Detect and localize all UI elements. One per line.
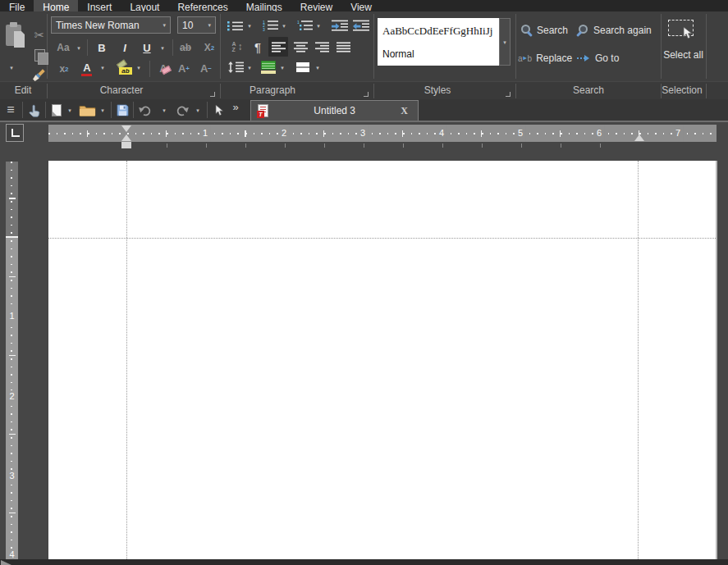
line-spacing-button[interactable] bbox=[226, 59, 245, 75]
subscript-button[interactable]: X2 bbox=[200, 39, 218, 56]
tab-layout[interactable]: Layout bbox=[121, 0, 168, 11]
search-button[interactable]: Search bbox=[520, 23, 568, 38]
search-again-button[interactable]: Search again bbox=[577, 23, 652, 38]
increase-indent-button[interactable] bbox=[330, 18, 350, 33]
grow-font-button[interactable]: A+ bbox=[176, 59, 192, 77]
character-dialog-launcher[interactable] bbox=[210, 92, 215, 97]
styles-dialog-launcher[interactable] bbox=[506, 92, 511, 97]
left-indent-marker[interactable] bbox=[121, 134, 131, 141]
formatting-marks-button[interactable]: ¶ bbox=[250, 38, 266, 56]
strikethrough-button[interactable]: ab bbox=[177, 39, 194, 56]
horizontal-ruler[interactable]: 1 2 3 4 5 6 7 bbox=[48, 125, 717, 142]
redo-button[interactable] bbox=[174, 103, 190, 118]
underline-dropdown[interactable]: ▾ bbox=[158, 41, 167, 54]
tabstop-type-selector[interactable] bbox=[6, 124, 24, 142]
multilevel-list-button[interactable]: 1 bbox=[295, 18, 314, 33]
hruler-number: 1 bbox=[199, 125, 211, 142]
vertical-ruler[interactable]: 1 2 3 4 bbox=[6, 162, 18, 559]
first-line-indent-marker[interactable] bbox=[121, 125, 131, 132]
decrease-indent-button[interactable] bbox=[351, 18, 371, 33]
shrink-font-button[interactable]: A− bbox=[198, 59, 214, 77]
tab-mailings[interactable]: Mailings bbox=[237, 0, 291, 11]
highlight-button[interactable]: ab bbox=[115, 59, 135, 77]
dropdown-icon: ▾ bbox=[77, 45, 80, 51]
redo-dropdown[interactable]: ▾ bbox=[193, 104, 203, 116]
select-tool-button[interactable] bbox=[212, 102, 227, 118]
tab-view[interactable]: View bbox=[341, 0, 381, 11]
italic-button[interactable]: I bbox=[117, 39, 132, 56]
styles-dropdown[interactable]: ▾ bbox=[499, 18, 511, 66]
tab-references[interactable]: References bbox=[168, 0, 236, 11]
open-button[interactable] bbox=[77, 103, 97, 117]
paste-button[interactable] bbox=[2, 13, 30, 57]
clear-formatting-button[interactable]: A bbox=[154, 59, 172, 77]
shading-dropdown[interactable]: ▾ bbox=[277, 61, 287, 74]
textmaker-window: File Home Insert Layout References Maili… bbox=[0, 0, 728, 565]
left-indent-handle[interactable] bbox=[121, 142, 131, 148]
justify-button[interactable] bbox=[333, 37, 353, 57]
highlighter-swatch: ab bbox=[119, 67, 132, 75]
cut-button[interactable]: ✂ bbox=[31, 28, 48, 43]
select-all-button[interactable]: Select all bbox=[661, 16, 706, 77]
font-size-combo[interactable]: 10 ▾ bbox=[177, 16, 216, 34]
bullet-list-dropdown[interactable]: ▾ bbox=[245, 19, 254, 32]
goto-button[interactable]: Go to bbox=[577, 51, 619, 66]
group-separator bbox=[706, 14, 707, 79]
style-name: Normal bbox=[382, 48, 414, 60]
toolbar-overflow-button[interactable]: » bbox=[229, 99, 242, 114]
paragraph-dialog-launcher[interactable] bbox=[364, 92, 369, 97]
font-name-value: Times New Roman bbox=[56, 20, 140, 31]
underline-button[interactable]: U bbox=[139, 39, 155, 56]
align-center-button[interactable] bbox=[291, 37, 310, 57]
font-name-combo[interactable]: Times New Roman ▾ bbox=[51, 16, 171, 34]
subscript-mark: 2 bbox=[211, 44, 214, 52]
numbered-list-button[interactable]: 1 2 3 bbox=[261, 18, 279, 33]
tab-review[interactable]: Review bbox=[291, 0, 341, 11]
shading-button[interactable] bbox=[259, 57, 277, 77]
undo-button[interactable] bbox=[136, 103, 153, 118]
numbered-list-dropdown[interactable]: ▾ bbox=[279, 19, 289, 32]
copy-button[interactable] bbox=[31, 48, 48, 62]
new-document-button[interactable] bbox=[49, 103, 63, 118]
new-document-dropdown[interactable]: ▾ bbox=[65, 104, 75, 116]
cursor-arrow-icon bbox=[683, 26, 694, 40]
tab-file[interactable]: File bbox=[0, 0, 34, 11]
change-case-dropdown[interactable]: ▾ bbox=[74, 41, 84, 54]
highlight-dropdown[interactable]: ▾ bbox=[134, 61, 144, 74]
bullet-list-button[interactable] bbox=[226, 18, 244, 33]
bold-button[interactable]: B bbox=[94, 39, 110, 56]
vruler-number: 1 bbox=[6, 310, 18, 321]
superscript-button[interactable]: x2 bbox=[56, 61, 72, 77]
dropdown-icon: ▾ bbox=[163, 22, 166, 28]
vruler-number: 2 bbox=[6, 390, 18, 402]
close-tab-icon[interactable]: X bbox=[401, 105, 408, 117]
borders-dropdown[interactable]: ▾ bbox=[313, 61, 323, 74]
scroll-grip[interactable] bbox=[1, 560, 11, 565]
tab-home[interactable]: Home bbox=[34, 0, 78, 11]
multilevel-list-dropdown[interactable]: ▾ bbox=[314, 19, 323, 32]
sort-button[interactable]: AZ ↕ bbox=[227, 38, 247, 56]
pan-hand-button[interactable] bbox=[25, 103, 43, 118]
change-case-button[interactable]: Aa bbox=[54, 39, 72, 56]
align-left-button[interactable] bbox=[268, 37, 288, 57]
menu-button[interactable]: ≡ bbox=[2, 102, 20, 118]
align-right-button[interactable] bbox=[312, 37, 332, 57]
borders-button[interactable] bbox=[294, 59, 312, 75]
undo-dropdown[interactable]: ▾ bbox=[159, 104, 169, 116]
ruler-half-inch-ticks bbox=[167, 144, 603, 148]
line-spacing-dropdown[interactable]: ▾ bbox=[245, 61, 254, 74]
group-label-search: Search bbox=[573, 84, 604, 96]
paste-dropdown[interactable]: ▾ bbox=[7, 62, 16, 72]
font-color-dropdown[interactable]: ▾ bbox=[98, 61, 108, 74]
replace-button[interactable]: a▸b Replace bbox=[518, 51, 572, 66]
font-color-icon: A bbox=[83, 62, 90, 73]
open-dropdown[interactable]: ▾ bbox=[98, 104, 108, 116]
right-indent-marker[interactable] bbox=[634, 134, 644, 141]
style-preview-box[interactable]: AaBbCcDdEeFfGgHhIiJj Normal bbox=[378, 18, 499, 66]
hruler-number: 7 bbox=[672, 125, 684, 142]
save-button[interactable] bbox=[115, 103, 130, 117]
document-page[interactable] bbox=[48, 161, 717, 559]
document-tab[interactable]: T Untitled 3 X bbox=[250, 100, 419, 121]
tab-insert[interactable]: Insert bbox=[78, 0, 121, 11]
font-color-button[interactable]: A bbox=[79, 59, 95, 75]
